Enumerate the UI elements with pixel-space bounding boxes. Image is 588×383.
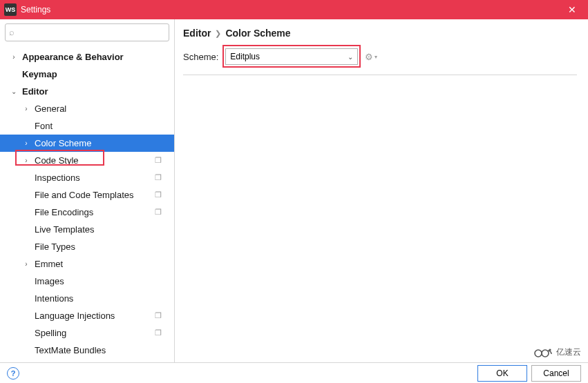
sidebar-item-label: File Encodings xyxy=(35,207,93,217)
scheme-dropdown[interactable]: Editplus ⌄ xyxy=(225,48,358,65)
search-wrap: ⌕ xyxy=(0,19,174,46)
sidebar-item-label: Appearance & Behavior xyxy=(22,52,124,62)
sidebar-item-keymap[interactable]: Keymap xyxy=(0,66,174,83)
settings-tree: ›Appearance & BehaviorKeymap⌄Editor›Gene… xyxy=(0,46,174,362)
svg-point-0 xyxy=(535,350,542,357)
sidebar-item-label: Emmet xyxy=(35,259,63,269)
sidebar-item-label: Images xyxy=(35,276,64,286)
sidebar-item-label: General xyxy=(35,104,66,114)
sidebar-item-file-and-code-templates[interactable]: File and Code Templates❐ xyxy=(0,186,174,204)
sidebar-item-appearance-behavior[interactable]: ›Appearance & Behavior xyxy=(0,48,174,66)
gear-icon: ⚙ xyxy=(365,52,373,62)
breadcrumb-color-scheme: Color Scheme xyxy=(225,28,290,39)
sidebar-item-intentions[interactable]: Intentions xyxy=(0,290,174,307)
sidebar-item-general[interactable]: ›General xyxy=(0,100,174,117)
copy-settings-icon[interactable]: ❐ xyxy=(155,328,162,337)
watermark-text: 亿速云 xyxy=(556,346,581,358)
sidebar-item-label: Live Templates xyxy=(35,224,94,235)
scheme-row: Scheme: Editplus ⌄ ⚙▾ xyxy=(183,48,577,75)
chevron-right-icon: › xyxy=(22,139,30,147)
sidebar-item-font[interactable]: Font xyxy=(0,117,174,135)
sidebar-item-label: Language Injections xyxy=(35,311,115,321)
scheme-label: Scheme: xyxy=(183,52,218,62)
sidebar: ⌕ ›Appearance & BehaviorKeymap⌄Editor›Ge… xyxy=(0,19,175,362)
sidebar-item-label: Inspections xyxy=(35,173,80,183)
sidebar-item-inspections[interactable]: Inspections❐ xyxy=(0,169,174,186)
copy-settings-icon[interactable]: ❐ xyxy=(155,190,162,199)
cancel-button[interactable]: Cancel xyxy=(531,365,581,382)
footer: ? OK Cancel xyxy=(0,362,588,383)
sidebar-item-label: TextMate Bundles xyxy=(35,345,106,355)
sidebar-item-textmate-bundles[interactable]: TextMate Bundles xyxy=(0,342,174,359)
chevron-right-icon: › xyxy=(22,260,30,268)
breadcrumb-editor: Editor xyxy=(183,28,211,39)
svg-point-1 xyxy=(542,350,549,357)
sidebar-item-spelling[interactable]: Spelling❐ xyxy=(0,324,174,342)
chevron-right-icon: ❯ xyxy=(215,29,221,38)
svg-point-2 xyxy=(549,348,551,351)
sidebar-item-live-templates[interactable]: Live Templates xyxy=(0,221,174,238)
sidebar-item-label: Spelling xyxy=(35,328,66,338)
sidebar-item-language-injections[interactable]: Language Injections❐ xyxy=(0,307,174,324)
chevron-right-icon: › xyxy=(22,105,30,112)
copy-settings-icon[interactable]: ❐ xyxy=(155,208,162,217)
breadcrumb: Editor ❯ Color Scheme xyxy=(183,19,577,48)
content: ⌕ ›Appearance & BehaviorKeymap⌄Editor›Ge… xyxy=(0,19,588,362)
sidebar-item-color-scheme[interactable]: ›Color Scheme xyxy=(0,135,174,152)
ok-button[interactable]: OK xyxy=(477,365,527,382)
sidebar-item-label: Keymap xyxy=(22,69,57,79)
help-button[interactable]: ? xyxy=(7,367,19,380)
sidebar-item-label: Code Style xyxy=(35,155,79,166)
sidebar-item-label: Color Scheme xyxy=(35,138,91,148)
sidebar-item-code-style[interactable]: ›Code Style❐ xyxy=(0,152,174,169)
sidebar-item-file-encodings[interactable]: File Encodings❐ xyxy=(0,204,174,221)
close-button[interactable]: ✕ xyxy=(556,0,588,19)
scheme-actions-button[interactable]: ⚙▾ xyxy=(365,52,377,62)
sidebar-item-label: Font xyxy=(35,121,53,131)
sidebar-item-images[interactable]: Images xyxy=(0,273,174,290)
chevron-right-icon: › xyxy=(22,157,30,164)
sidebar-item-editor[interactable]: ⌄Editor xyxy=(0,83,174,100)
copy-settings-icon[interactable]: ❐ xyxy=(155,311,162,320)
copy-settings-icon[interactable]: ❐ xyxy=(155,173,162,182)
search-input[interactable] xyxy=(5,23,169,41)
dropdown-caret-icon: ▾ xyxy=(374,54,377,60)
scheme-value: Editplus xyxy=(230,52,260,61)
chevron-right-icon: › xyxy=(10,53,18,61)
sidebar-item-label: Intentions xyxy=(35,293,73,304)
watermark-logo: 亿速云 xyxy=(530,344,584,360)
titlebar: WS Settings ✕ xyxy=(0,0,588,19)
sidebar-item-label: File Types xyxy=(35,242,75,252)
window-title: Settings xyxy=(21,5,50,14)
sidebar-item-emmet[interactable]: ›Emmet xyxy=(0,255,174,273)
copy-settings-icon[interactable]: ❐ xyxy=(155,156,162,165)
app-icon: WS xyxy=(4,3,17,16)
main-panel: Editor ❯ Color Scheme Scheme: Editplus ⌄… xyxy=(175,19,588,362)
chevron-down-icon: ⌄ xyxy=(10,88,18,95)
chevron-down-icon: ⌄ xyxy=(348,53,353,61)
sidebar-item-file-types[interactable]: File Types xyxy=(0,238,174,255)
sidebar-item-label: File and Code Templates xyxy=(35,190,134,200)
search-icon: ⌕ xyxy=(9,27,15,37)
sidebar-item-label: Editor xyxy=(22,86,48,97)
